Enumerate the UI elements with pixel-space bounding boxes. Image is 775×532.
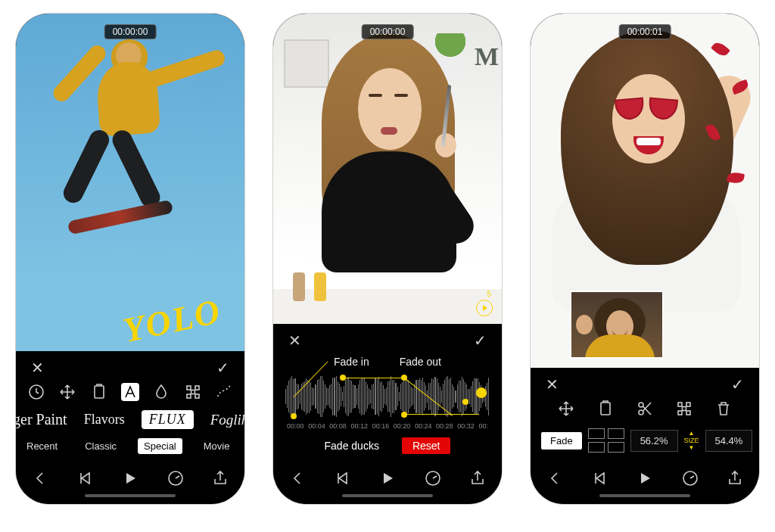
play-icon[interactable] (636, 469, 654, 487)
preview-video[interactable]: YOLO (16, 14, 244, 351)
svg-rect-6 (195, 394, 199, 398)
preview-video[interactable] (531, 14, 759, 368)
timecode: 00:20 (394, 422, 411, 430)
playback-bar (273, 462, 502, 504)
tab-movie[interactable]: Movie (198, 438, 236, 454)
confirm-icon[interactable]: ✓ (474, 331, 487, 350)
svg-rect-5 (187, 394, 191, 398)
speed-icon[interactable] (681, 469, 699, 487)
share-icon[interactable] (468, 469, 487, 487)
playback-bar (531, 462, 759, 504)
font-picker[interactable]: ger Paint Flavors FLUX Foglih (16, 404, 244, 434)
illustration-vlogger (273, 14, 502, 324)
fade-in-label[interactable]: Fade in (334, 356, 369, 368)
svg-rect-12 (678, 403, 682, 406)
move-icon[interactable] (58, 383, 76, 401)
tab-classic[interactable]: Classic (79, 438, 123, 454)
replay-icon[interactable] (476, 300, 493, 316)
phone-audio-fade: 00:00:00 M 5 ✕ ✓ Fade in Fade out (273, 14, 502, 504)
svg-rect-2 (187, 386, 191, 390)
opacity-icon[interactable] (152, 383, 170, 401)
move-icon[interactable] (557, 400, 575, 418)
skip-start-icon[interactable] (591, 469, 609, 487)
svg-rect-15 (678, 411, 682, 415)
pip-overlay[interactable] (570, 291, 664, 359)
skip-start-icon[interactable] (334, 469, 352, 487)
playback-bar (16, 462, 244, 504)
tab-special[interactable]: Special (138, 438, 182, 454)
pattern-icon[interactable] (675, 400, 693, 418)
back-icon[interactable] (288, 469, 307, 487)
duration-icon[interactable] (27, 383, 45, 401)
value-right[interactable]: 54.4% (705, 430, 753, 452)
font-category-tabs: Recent Classic Special Movie Scr (16, 434, 244, 462)
svg-rect-13 (686, 403, 690, 406)
back-icon[interactable] (31, 469, 49, 487)
play-icon[interactable] (121, 469, 139, 487)
confirm-icon[interactable]: ✓ (731, 375, 744, 394)
svg-rect-3 (195, 386, 199, 390)
timecode: 00:08 (329, 422, 347, 430)
timecode: 00:32 (457, 422, 475, 430)
timecode-row: 00:0000:0400:0800:1200:1600:2000:2400:28… (273, 419, 502, 431)
preview-video[interactable]: M 5 (273, 14, 502, 324)
phone-pip-edit: 00:00:01 ✕ ✓ Fade (531, 14, 759, 504)
pattern-icon[interactable] (184, 383, 202, 401)
size-label[interactable]: SIZE (684, 431, 699, 451)
font-option[interactable]: Flavors (84, 412, 125, 428)
timestamp: 00:00:01 (619, 24, 671, 39)
clipboard-icon[interactable] (596, 400, 615, 418)
svg-point-11 (639, 403, 643, 407)
fade-chip[interactable]: Fade (541, 432, 582, 450)
close-icon[interactable]: ✕ (546, 375, 559, 394)
timecode: 00: (478, 422, 488, 430)
svg-rect-4 (191, 390, 195, 394)
fade-labels: Fade in Fade out (273, 353, 502, 371)
trash-icon[interactable] (714, 400, 733, 418)
scissors-icon[interactable] (636, 400, 654, 418)
timestamp: 00:00:00 (104, 24, 157, 39)
speed-icon[interactable] (167, 469, 185, 487)
share-icon[interactable] (211, 469, 229, 487)
fade-out-label[interactable]: Fade out (400, 356, 441, 368)
speed-icon[interactable] (424, 469, 442, 487)
svg-point-10 (639, 410, 643, 415)
audio-waveform[interactable] (285, 374, 490, 419)
font-option-active[interactable]: FLUX (142, 410, 194, 429)
replay-count: 5 (487, 290, 491, 298)
curve-icon[interactable] (215, 383, 233, 401)
svg-rect-16 (686, 411, 690, 415)
back-icon[interactable] (546, 469, 564, 487)
svg-rect-9 (601, 403, 610, 415)
clipboard-icon[interactable] (90, 383, 108, 401)
value-left[interactable]: 56.2% (630, 430, 678, 452)
timecode: 00:16 (372, 422, 390, 430)
text-tool-row (16, 380, 244, 404)
fade-ducks-label[interactable]: Fade ducks (325, 440, 379, 452)
overlay-text[interactable]: YOLO (120, 291, 225, 350)
font-option[interactable]: ger Paint (16, 411, 67, 428)
timecode: 00:24 (415, 422, 432, 430)
timecode: 00:28 (436, 422, 453, 430)
pip-tool-row (531, 397, 759, 421)
timecode: 00:12 (350, 422, 368, 430)
play-icon[interactable] (378, 469, 397, 487)
layout-grid-icon[interactable] (588, 428, 624, 453)
font-option[interactable]: Foglih (210, 412, 244, 428)
reset-button[interactable]: Reset (402, 437, 451, 454)
font-icon[interactable] (121, 383, 139, 401)
timecode: 00:04 (308, 422, 325, 430)
timestamp: 00:00:00 (362, 24, 414, 39)
svg-rect-1 (95, 386, 104, 398)
skip-start-icon[interactable] (76, 469, 95, 487)
close-icon[interactable]: ✕ (31, 359, 44, 377)
illustration-skateboarder (52, 42, 204, 239)
tab-recent[interactable]: Recent (20, 438, 64, 454)
close-icon[interactable]: ✕ (288, 331, 301, 350)
timecode: 00:00 (287, 422, 304, 430)
svg-rect-14 (683, 407, 686, 411)
share-icon[interactable] (726, 469, 744, 487)
phone-text-styles: 00:00:00 YOLO ✕ ✓ ger Paint Flavors (16, 14, 244, 504)
confirm-icon[interactable]: ✓ (216, 359, 229, 377)
